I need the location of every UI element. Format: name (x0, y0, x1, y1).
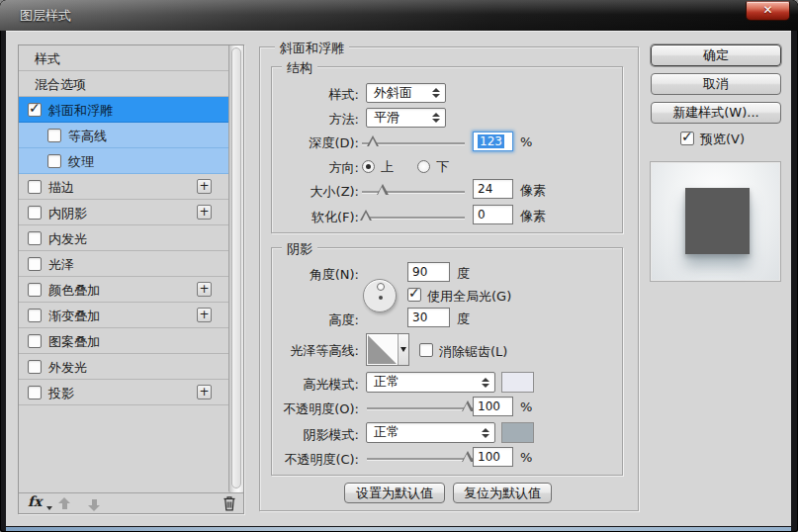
sidebar-item-stroke[interactable]: 描边+ (19, 174, 228, 200)
ok-button[interactable]: 确定 (651, 44, 781, 66)
sidebar-item-outer-glow[interactable]: 外发光 (19, 354, 228, 380)
slider-thumb[interactable] (462, 451, 474, 462)
fx-caret-icon (46, 506, 52, 513)
highlight-mode-select[interactable]: 正常 (366, 372, 495, 393)
sidebar-item-drop-shadow[interactable]: 投影+ (19, 380, 228, 405)
depth-input[interactable]: 123 (473, 132, 513, 151)
angle-dial[interactable] (363, 279, 397, 312)
close-button[interactable]: ✕ (746, 1, 790, 21)
sidebar-item-inner-shadow[interactable]: 内阴影+ (19, 200, 228, 225)
sidebar-item-styles[interactable]: 样式 (19, 45, 228, 71)
shadow-mode-value: 正常 (374, 424, 399, 439)
shadow-opacity-slider[interactable] (367, 450, 474, 466)
set-default-button[interactable]: 设置为默认值 (344, 483, 445, 503)
item-checkbox[interactable] (28, 257, 42, 271)
sidebar-item-color-overlay[interactable]: 颜色叠加+ (19, 277, 228, 303)
highlight-opacity-slider[interactable] (367, 399, 474, 415)
select-arrows-icon (482, 378, 489, 388)
add-effect-button[interactable]: + (197, 282, 212, 297)
preview-label[interactable]: 预览(V) (700, 131, 745, 148)
sidebar-item-blending-options[interactable]: 混合选项 (19, 71, 228, 97)
add-effect-button[interactable]: + (197, 308, 212, 322)
title-bar[interactable]: 图层样式 ✕ (0, 0, 798, 31)
item-label: 样式 (35, 50, 60, 68)
move-down-icon[interactable] (88, 497, 101, 511)
close-icon: ✕ (762, 3, 772, 17)
bevel-style-value: 外斜面 (374, 85, 412, 100)
item-checkbox[interactable] (28, 180, 42, 194)
size-input[interactable]: 24 (473, 179, 513, 199)
item-checkbox[interactable] (28, 206, 42, 220)
item-label: 纹理 (68, 153, 94, 171)
soften-slider[interactable] (362, 209, 465, 224)
sidebar-item-gradient-overlay[interactable]: 渐变叠加+ (19, 303, 228, 328)
new-style-button[interactable]: 新建样式(W)... (651, 102, 781, 124)
shadow-opacity-label: 不透明度(C): (265, 451, 359, 469)
anti-alias-label[interactable]: 消除锯齿(L) (439, 343, 507, 361)
style-list-panel: 样式混合选项✓斜面和浮雕等高线纹理描边+内阴影+内发光光泽颜色叠加+渐变叠加+图… (18, 44, 244, 514)
reset-default-button[interactable]: 复位为默认值 (453, 483, 552, 503)
add-effect-button[interactable]: + (197, 179, 212, 194)
slider-thumb[interactable] (377, 184, 389, 195)
direction-down-label[interactable]: 下 (436, 158, 449, 176)
shadow-mode-select[interactable]: 正常 (366, 422, 495, 443)
item-checkbox[interactable] (28, 309, 42, 322)
sidebar-item-contour[interactable]: 等高线 (19, 123, 228, 148)
add-effect-button[interactable]: + (197, 385, 212, 399)
anti-alias-checkbox[interactable] (419, 343, 433, 357)
style-list-scrollbar[interactable] (228, 45, 243, 492)
size-value: 24 (478, 182, 492, 196)
size-slider[interactable] (362, 183, 465, 199)
move-up-icon[interactable] (58, 497, 71, 511)
add-effect-button[interactable]: + (197, 205, 212, 220)
slider-thumb[interactable] (367, 135, 379, 146)
item-label: 描边 (48, 179, 74, 197)
item-checkbox[interactable] (47, 154, 61, 168)
sidebar-item-texture[interactable]: 纹理 (19, 148, 228, 174)
preview-checkbox[interactable]: ✓ (680, 132, 694, 145)
sidebar-item-pattern-overlay[interactable]: 图案叠加 (19, 328, 228, 354)
sidebar-item-inner-glow[interactable]: 内发光 (19, 225, 228, 251)
fx-menu-button[interactable]: fx (28, 493, 42, 509)
item-checkbox[interactable] (28, 386, 42, 399)
sidebar-item-bevel-emboss[interactable]: ✓斜面和浮雕 (19, 97, 228, 123)
angle-input[interactable]: 90 (407, 262, 450, 282)
select-arrows-icon (482, 428, 489, 438)
highlight-opacity-unit: % (520, 399, 532, 414)
layer-style-dialog: 图层样式 ✕ 样式混合选项✓斜面和浮雕等高线纹理描边+内阴影+内发光光泽颜色叠加… (0, 0, 798, 532)
item-checkbox[interactable] (47, 129, 61, 142)
panel-title: 斜面和浮雕 (275, 40, 349, 57)
style-preview (650, 161, 781, 282)
select-arrows-icon (432, 113, 440, 123)
highlight-opacity-input[interactable]: 100 (473, 397, 513, 416)
direction-down-radio[interactable] (417, 160, 430, 173)
direction-up-label[interactable]: 上 (381, 158, 394, 176)
highlight-color-swatch[interactable] (501, 372, 534, 393)
cancel-button[interactable]: 取消 (651, 73, 781, 95)
technique-select[interactable]: 平滑 (366, 108, 446, 128)
sidebar-item-satin[interactable]: 光泽 (19, 251, 228, 277)
gloss-contour-label: 光泽等高线: (265, 342, 359, 360)
slider-thumb[interactable] (360, 210, 372, 221)
global-light-label[interactable]: 使用全局光(G) (427, 288, 511, 306)
soften-input[interactable]: 0 (473, 205, 513, 224)
item-checkbox[interactable] (28, 360, 42, 374)
altitude-input[interactable]: 30 (407, 308, 450, 327)
scrollbar-thumb[interactable] (231, 47, 241, 488)
highlight-mode-value: 正常 (374, 374, 399, 389)
shadow-color-swatch[interactable] (501, 422, 534, 443)
contour-dropdown-icon[interactable] (398, 334, 408, 365)
item-checkbox[interactable]: ✓ (28, 103, 42, 117)
depth-slider[interactable] (362, 134, 465, 150)
item-checkbox[interactable] (28, 231, 42, 245)
shadow-opacity-input[interactable]: 100 (473, 447, 513, 467)
item-checkbox[interactable] (28, 334, 42, 348)
bevel-style-select[interactable]: 外斜面 (366, 83, 446, 103)
highlight-mode-label: 高光模式: (270, 376, 359, 394)
delete-style-icon[interactable] (222, 495, 236, 515)
global-light-checkbox[interactable]: ✓ (407, 288, 421, 302)
slider-thumb[interactable] (462, 400, 474, 411)
direction-up-radio[interactable] (362, 160, 375, 173)
item-checkbox[interactable] (28, 283, 42, 297)
gloss-contour-picker[interactable] (366, 333, 409, 366)
